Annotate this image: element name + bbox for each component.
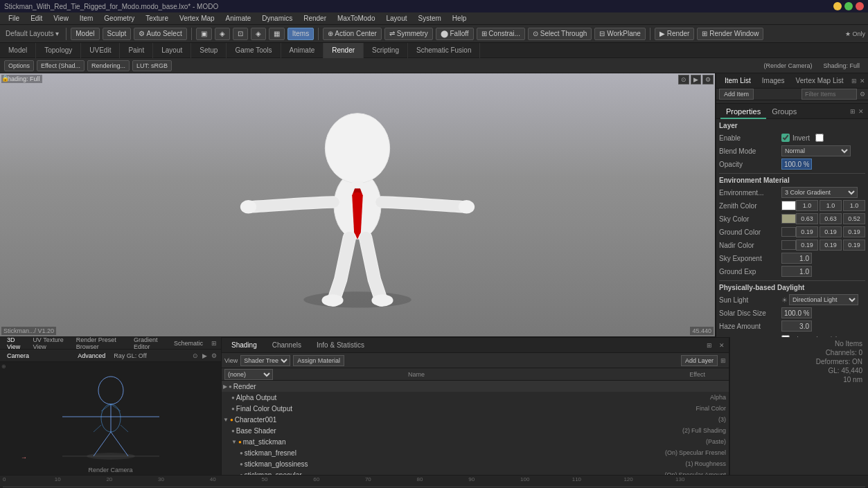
symmetry-btn[interactable]: ⇌ Symmetry (384, 28, 433, 40)
menu-render[interactable]: Render (298, 12, 332, 25)
render-btn[interactable]: ▶ Render (655, 28, 695, 40)
shader-tab-info[interactable]: Info & Statistics (311, 338, 370, 353)
items-panel-close[interactable]: ✕ (860, 78, 865, 84)
sky-r[interactable] (796, 213, 818, 224)
tab-animate[interactable]: Animate (281, 43, 324, 58)
render-toggle[interactable]: ▶ (223, 383, 227, 390)
add-item-button[interactable]: Add Item (719, 89, 754, 100)
ground-swatch[interactable] (781, 227, 796, 237)
env-type-select[interactable]: 3 Color Gradient (781, 187, 858, 198)
timeline[interactable]: 0 10 20 30 40 50 60 70 80 90 100 110 120… (0, 475, 868, 487)
icon-btn3[interactable]: ⊡ (233, 28, 248, 40)
sun-light-select[interactable]: Directional Light (789, 294, 858, 305)
tab-setup[interactable]: Setup (191, 43, 227, 58)
char-toggle[interactable]: ▼ (223, 417, 229, 423)
items-btn[interactable]: Items (287, 28, 314, 40)
mini-viewport[interactable]: Render Camera ⊕ → (0, 362, 221, 475)
filter-items-input[interactable] (801, 89, 857, 100)
icon-btn4[interactable]: ◈ (251, 28, 266, 40)
menu-help[interactable]: Help (447, 12, 472, 25)
shader-row-fresnel[interactable]: ● stickman_fresnel (On) Specular Fresnel (222, 447, 729, 458)
shader-row-final-color[interactable]: ● Final Color Output Final Color (222, 403, 729, 414)
mini-tab-render-preset[interactable]: Render Preset Browser (73, 336, 128, 350)
invert-checkbox[interactable] (815, 134, 824, 142)
ground-r[interactable] (796, 226, 818, 237)
shader-row-alpha[interactable]: ● Alpha Output Alpha (222, 392, 729, 403)
shader-expand-icon[interactable]: ⊞ (707, 342, 712, 349)
items-panel-expand[interactable]: ⊞ (851, 78, 857, 84)
view-select[interactable]: Shader Tree (240, 355, 290, 366)
lut-btn[interactable]: LUT: sRGB (132, 60, 172, 71)
sky-exp-input[interactable] (781, 253, 812, 264)
tab-paint[interactable]: Paint (120, 43, 153, 58)
viewport-btn-settings[interactable]: ⚙ (702, 75, 714, 84)
tab-model[interactable]: Model (0, 43, 36, 58)
tab-images[interactable]: Images (756, 73, 790, 89)
viewport-btn-render[interactable]: ▶ (691, 75, 701, 84)
mini-camera-btn[interactable]: Camera (4, 352, 32, 359)
solar-disc-input[interactable] (781, 307, 812, 318)
falloff-btn[interactable]: ⬤ Falloff (436, 28, 474, 40)
menu-item[interactable]: Item (74, 12, 98, 25)
ground-g[interactable] (820, 226, 842, 237)
menu-animate[interactable]: Animate (220, 12, 257, 25)
mini-vp-btn1[interactable]: ⊙ (193, 352, 198, 359)
nadir-swatch[interactable] (781, 240, 796, 250)
tab-render[interactable]: Render (324, 43, 364, 58)
menu-dynamics[interactable]: Dynamics (256, 12, 298, 25)
shader-row-render[interactable]: ▶ ● Render (222, 381, 729, 392)
model-btn[interactable]: Model (71, 28, 99, 40)
filter-select[interactable]: (none) (224, 369, 273, 380)
sky-g[interactable] (820, 213, 842, 224)
rendering-btn[interactable]: Rendering... (87, 60, 130, 71)
shader-row-base-shader[interactable]: ● Base Shader (2) Full Shading (222, 425, 729, 436)
assign-material-btn[interactable]: Assign Material (293, 355, 344, 366)
zenith-g[interactable] (820, 200, 842, 211)
opacity-input[interactable] (781, 159, 812, 170)
mini-tab-3dview[interactable]: 3D View (4, 336, 27, 350)
menu-file[interactable]: File (3, 12, 25, 25)
menu-texture[interactable]: Texture (140, 12, 174, 25)
viewport-3d[interactable]: ⊙ ▶ ⚙ (0, 73, 716, 336)
menu-edit[interactable]: Edit (25, 12, 48, 25)
constrain-btn[interactable]: ⊞ Constrai... (477, 28, 525, 40)
shader-tab-shading[interactable]: Shading (226, 338, 263, 353)
tab-topology[interactable]: Topology (36, 43, 81, 58)
effect-btn[interactable]: Effect (Shad... (37, 60, 85, 71)
mini-raygl-btn[interactable]: Ray GL: Off (111, 352, 149, 359)
mini-advanced-btn[interactable]: Advanced (75, 352, 108, 359)
haze-input[interactable] (781, 320, 812, 332)
ground-exp-input[interactable] (781, 266, 812, 277)
menu-layout[interactable]: Layout (380, 12, 412, 25)
tab-item-list[interactable]: Item List (719, 73, 756, 89)
mini-vp-settings[interactable]: ⚙ (211, 352, 217, 359)
tab-groups[interactable]: Groups (766, 104, 802, 119)
props-expand[interactable]: ⊞ (850, 108, 856, 115)
menu-system[interactable]: System (413, 12, 447, 25)
shader-row-gloss[interactable]: ● stickman_glossiness (1) Roughness (222, 458, 729, 469)
autoselect-btn[interactable]: ⚙ Auto Select (134, 28, 186, 40)
shader-expand2[interactable]: ⊞ (720, 357, 726, 364)
select-through-btn[interactable]: ⊙ Select Through (528, 28, 592, 40)
menu-maxtomodo[interactable]: MaxToModo (332, 12, 380, 25)
sky-swatch[interactable] (781, 214, 796, 224)
minimize-button[interactable] (833, 2, 842, 10)
filter-icon[interactable]: ⚙ (860, 91, 865, 98)
zenith-r[interactable] (796, 200, 818, 211)
props-close[interactable]: ✕ (858, 108, 864, 115)
enable-checkbox[interactable] (781, 134, 790, 142)
icon-btn5[interactable]: ▦ (269, 28, 285, 40)
tab-properties[interactable]: Properties (720, 104, 766, 119)
icon-btn1[interactable]: ▣ (196, 28, 212, 40)
zenith-b[interactable] (843, 200, 865, 211)
shader-row-char[interactable]: ▼ ● Character001 (3) (222, 414, 729, 425)
mini-tab-gradient[interactable]: Gradient Editor (131, 336, 168, 350)
menu-geometry[interactable]: Geometry (98, 12, 140, 25)
workplane-btn[interactable]: ⊟ WorkPlane (594, 28, 646, 40)
close-button[interactable] (856, 2, 864, 10)
menu-view[interactable]: View (48, 12, 74, 25)
menu-vertex-map[interactable]: Vertex Map (174, 12, 220, 25)
mini-tab-schematic[interactable]: Schematic (171, 340, 206, 347)
timeline-track[interactable]: 0 10 20 30 40 50 60 70 80 90 100 110 120… (3, 476, 865, 487)
blend-mode-select[interactable]: Normal (781, 145, 851, 156)
